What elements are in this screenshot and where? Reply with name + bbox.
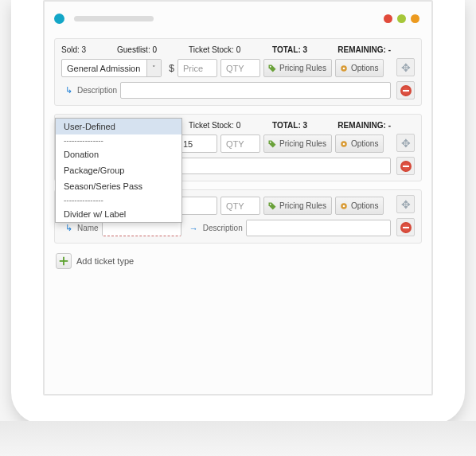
options-label: Options <box>351 64 378 72</box>
svg-point-2 <box>343 67 345 69</box>
drag-handle[interactable]: ✥ <box>396 58 415 76</box>
delete-button[interactable] <box>396 218 415 236</box>
stock-label: Ticket Stock: <box>189 45 234 54</box>
plus-icon <box>58 255 69 267</box>
minus-circle-icon <box>400 222 412 233</box>
traffic-light-green <box>411 14 419 23</box>
stats-row: Sold: 3 Guestlist: 0 Ticket Stock: 0 TOT… <box>61 44 391 59</box>
remain-label: REMAINING: <box>337 45 386 54</box>
options-button[interactable]: Options <box>335 134 384 153</box>
svg-rect-10 <box>60 260 68 262</box>
active-tab-dot <box>54 14 64 24</box>
delete-button[interactable] <box>396 157 415 175</box>
price-input[interactable] <box>178 134 217 153</box>
add-ticket-type-label[interactable]: Add ticket type <box>76 256 134 266</box>
traffic-light-red <box>384 14 392 23</box>
total-value: 3 <box>303 45 308 54</box>
pricing-rules-label: Pricing Rules <box>279 139 326 148</box>
qty-input[interactable] <box>220 197 260 215</box>
options-label: Options <box>351 139 378 148</box>
svg-point-5 <box>343 142 345 145</box>
pricing-rules-button[interactable]: Pricing Rules <box>263 197 332 215</box>
qty-input[interactable] <box>220 134 260 153</box>
total-label: TOTAL: <box>272 45 301 54</box>
drag-handle[interactable]: ✥ <box>396 134 415 152</box>
total-value: 3 <box>303 121 308 130</box>
pricing-rules-button[interactable]: Pricing Rules <box>263 59 332 77</box>
sold-value: 3 <box>82 45 87 54</box>
qty-input[interactable] <box>220 59 260 77</box>
dropdown-option-divider-label[interactable]: Divider w/ Label <box>56 206 181 222</box>
ticket-type-value: General Admission <box>67 64 140 73</box>
tag-icon <box>267 139 277 149</box>
gear-icon <box>339 139 349 149</box>
minus-circle-icon <box>400 85 412 96</box>
drag-handle[interactable]: ✥ <box>396 195 415 213</box>
sub-arrow-icon: ↳ <box>61 85 74 95</box>
delete-button[interactable] <box>396 81 415 99</box>
svg-point-8 <box>343 205 345 207</box>
gear-icon <box>339 64 349 73</box>
dropdown-separator: --------------- <box>56 134 181 146</box>
guest-value: 0 <box>152 45 157 54</box>
description-label: Description <box>77 86 117 95</box>
remain-label: REMAINING: <box>337 121 386 130</box>
add-ticket-type-button[interactable] <box>56 253 72 269</box>
price-input[interactable] <box>178 197 217 215</box>
sub-arrow-icon: ↳ <box>61 223 74 233</box>
minus-circle-icon <box>400 161 412 172</box>
tag-icon <box>267 201 277 211</box>
sold-label: Sold: <box>61 45 80 54</box>
stock-label: Ticket Stock: <box>189 121 234 130</box>
ticket-panel: Sold: 3 Guestlist: 0 Ticket Stock: 0 TOT… <box>54 38 422 106</box>
description-label: Description <box>203 224 243 232</box>
options-button[interactable]: Options <box>335 59 384 77</box>
ticket-type-dropdown: User-Defined --------------- Donation Pa… <box>55 118 182 223</box>
description-input[interactable] <box>120 82 391 99</box>
tag-icon <box>267 64 277 73</box>
svg-point-0 <box>270 65 271 67</box>
price-input[interactable] <box>178 59 217 77</box>
dropdown-option-season-series-pass[interactable]: Season/Series Pass <box>56 178 181 194</box>
currency-symbol: $ <box>165 63 174 74</box>
guest-label: Guestlist: <box>117 45 150 54</box>
traffic-light-yellow <box>397 14 406 23</box>
pricing-rules-label: Pricing Rules <box>279 64 326 72</box>
options-button[interactable]: Options <box>335 197 384 215</box>
name-label: Name <box>77 224 99 232</box>
svg-point-3 <box>270 141 271 142</box>
pricing-rules-button[interactable]: Pricing Rules <box>263 134 332 153</box>
chevron-down-icon: ˅ <box>146 60 161 76</box>
total-label: TOTAL: <box>272 121 301 130</box>
ticket-type-select[interactable]: General Admission ˅ <box>61 59 162 77</box>
sub-arrow-icon: → <box>185 224 200 233</box>
dropdown-option-user-defined[interactable]: User-Defined <box>56 119 181 134</box>
remain-value: - <box>388 121 391 130</box>
svg-point-6 <box>270 203 271 205</box>
remain-value: - <box>388 45 391 54</box>
url-bar-placeholder <box>74 16 154 21</box>
dropdown-option-donation[interactable]: Donation <box>56 146 181 162</box>
ticket-type-select[interactable]: User-Defined ˅ User-Defined ------------… <box>61 134 162 153</box>
options-label: Options <box>351 201 378 210</box>
description-input[interactable] <box>246 220 391 236</box>
ticket-panel: Sold: 3 Guestlist: 0 Ticket Stock: 0 TOT… <box>54 114 422 181</box>
gear-icon <box>339 201 349 211</box>
dropdown-separator: --------------- <box>56 194 181 206</box>
dropdown-option-package-group[interactable]: Package/Group <box>56 162 181 178</box>
pricing-rules-label: Pricing Rules <box>279 201 326 210</box>
stock-value: 0 <box>236 45 241 54</box>
device-shadow <box>0 421 476 456</box>
window-bar <box>54 13 422 27</box>
stock-value: 0 <box>236 121 241 130</box>
